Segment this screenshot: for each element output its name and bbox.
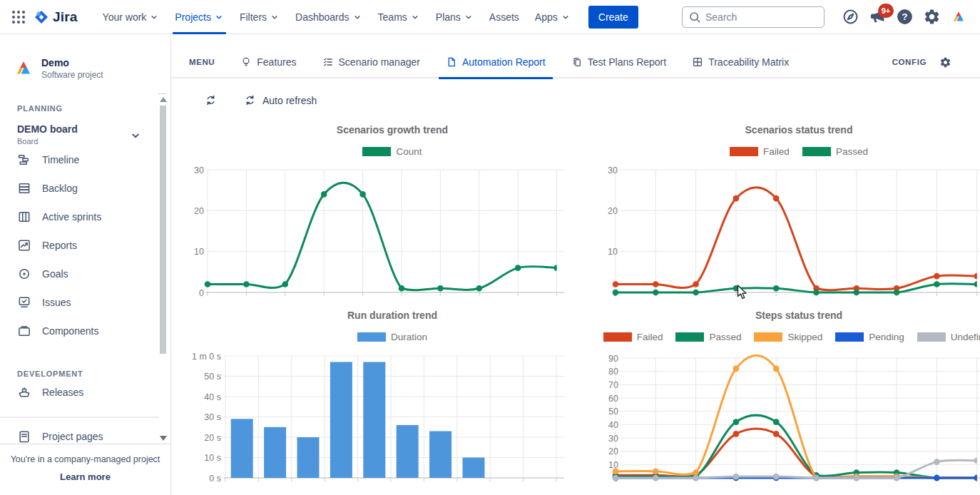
tab-scenario-manager[interactable]: Scenario manager [315,46,427,78]
refresh-button[interactable] [205,94,217,106]
nav-item-dashboards[interactable]: Dashboards [287,0,370,34]
legend-swatch [802,147,831,156]
nav-item-label: Your work [103,11,147,23]
project-header: Demo Software project [0,34,170,80]
tab-menu[interactable]: MENU [189,58,215,66]
sidebar-item-issues[interactable]: Issues [17,288,170,317]
nav-item-projects[interactable]: Projects [167,0,232,34]
project-name: Demo [41,57,103,68]
goals-icon [17,267,31,281]
auto-refresh-icon [244,94,256,106]
tab-label: Test Plans Report [588,56,667,68]
chevron-down-icon [464,12,474,22]
nav-item-filters[interactable]: Filters [232,0,287,34]
settings-icon[interactable] [920,6,943,29]
tab-features[interactable]: Features [233,46,303,78]
nav-item-label: Dashboards [295,11,349,23]
search-icon [688,10,702,27]
legend-label: Passed [709,332,741,342]
svg-text:20 s: 20 s [204,433,221,443]
sidebar-item-releases[interactable]: Releases [17,378,170,407]
svg-text:10: 10 [194,247,204,257]
scrollbar-thumb[interactable] [160,106,166,354]
nav-item-label: Assets [489,11,519,23]
sidebar-item-label: Goals [42,268,68,280]
section-heading-planning: PLANNING [17,104,170,113]
create-button[interactable]: Create [588,6,638,29]
svg-text:20: 20 [194,206,204,216]
auto-refresh-button[interactable]: Auto refresh [244,94,317,106]
svg-text:30: 30 [608,434,618,444]
sidebar-footer: You're in a company-managed project Lear… [0,444,170,495]
config-gear-icon[interactable] [939,56,951,68]
svg-text:40 s: 40 s [204,392,221,402]
nav-item-assets[interactable]: Assets [481,0,527,34]
tab-traceability-matrix[interactable]: Traceability Matrix [685,46,796,78]
help-icon[interactable]: ? [893,6,916,29]
report-tabbar: MENU Features Scenario manager Automatio… [171,34,980,78]
svg-text:20: 20 [608,446,618,456]
svg-text:10 s: 10 s [204,453,221,463]
components-icon [17,324,31,338]
user-avatar[interactable] [947,6,970,29]
svg-text:10: 10 [608,460,618,470]
legend-label: Failed [763,146,790,157]
legend-swatch [675,332,704,342]
chevron-down-icon [561,12,571,22]
legend-item-undefined: Undefined [917,332,980,342]
legend-swatch [362,147,391,156]
app-switcher-icon[interactable] [10,9,27,26]
nav-item-apps[interactable]: Apps [527,0,578,34]
chart-title: Scenarios status trend [599,124,980,138]
search-input[interactable] [682,6,825,28]
learn-more-link[interactable]: Learn more [60,471,111,482]
compass-icon[interactable] [839,6,862,29]
legend-item-skipped: Skipped [754,332,822,342]
sidebar: Demo Software project PLANNINGDEMO board… [0,34,171,495]
sidebar-item-components[interactable]: Components [17,317,170,345]
nav-item-your-work[interactable]: Your work [95,0,168,34]
sidebar-item-label: Components [42,325,98,337]
sidebar-item-goals[interactable]: Goals [17,260,170,288]
sidebar-item-timeline[interactable]: Timeline [17,146,170,174]
refresh-icon [205,94,217,106]
lightbulb-icon [240,56,252,68]
sidebar-item-active-sprints[interactable]: Active sprints [17,203,170,231]
chart-run-duration-trend: Run duration trend Duration 0 s10 s20 s3… [193,310,592,495]
chevron-down-icon [410,12,420,22]
sidebar-item-reports[interactable]: Reports [17,231,170,260]
nav-item-teams[interactable]: Teams [370,0,428,34]
jira-logo-text: Jira [53,9,78,25]
sidebar-item-backlog[interactable]: Backlog [17,174,170,203]
chevron-down-icon [270,12,280,22]
sidebar-item-label: Issues [42,297,71,308]
chevron-down-icon [214,12,224,22]
legend-label: Duration [391,332,427,342]
active-sprints-icon [17,210,31,224]
sidebar-item-label: Project pages [42,431,103,442]
legend-label: Count [396,146,422,157]
svg-text:60: 60 [608,394,618,404]
jira-logo[interactable]: Jira [33,9,78,26]
chart-legend: Count [193,146,592,157]
nav-item-label: Teams [378,11,407,23]
config-button[interactable]: CONFIG [892,58,927,66]
sidebar-item-label: Backlog [42,183,78,194]
board-selector[interactable]: DEMO board Board [17,123,170,146]
project-type: Software project [41,70,103,80]
legend-swatch [730,147,758,156]
nav-item-plans[interactable]: Plans [428,0,481,34]
svg-text:30: 30 [608,165,618,175]
svg-text:70: 70 [608,380,618,390]
chart-scenarios-growth-trend: Scenarios growth trend Count 0102030 [193,124,592,305]
tab-automation-report[interactable]: Automation Report [439,46,553,78]
legend-swatch [603,332,632,342]
tab-test-plans-report[interactable]: Test Plans Report [564,46,674,78]
scrollbar-down-arrow[interactable] [160,436,167,441]
scrollbar-up-arrow[interactable] [160,97,167,102]
notifications-icon[interactable]: 9+ [866,6,889,29]
chart-plot: 0 s10 s20 s30 s40 s50 s1 m 0 s [193,348,592,495]
grid-icon [692,56,703,68]
timeline-icon [17,153,31,167]
reports-icon [17,238,31,252]
